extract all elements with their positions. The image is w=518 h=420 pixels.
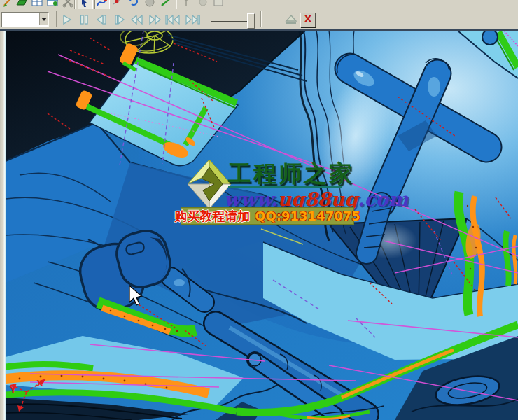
playback-slider-handle[interactable] [247, 13, 255, 29]
toolbar-separator [260, 11, 261, 27]
node-icon[interactable] [111, 0, 125, 9]
go-to-end-button[interactable] [182, 12, 203, 27]
rewind-button[interactable] [128, 12, 146, 27]
spline-icon[interactable] [94, 0, 110, 9]
toolbar-separator [56, 11, 57, 27]
line-icon[interactable] [160, 0, 174, 9]
app-window: X [0, 0, 518, 420]
window-left-border [0, 31, 6, 420]
scissors-icon[interactable] [62, 0, 76, 9]
window-icon[interactable] [212, 0, 226, 9]
cad-viewport[interactable]: X Y [6, 31, 518, 420]
go-to-end-icon [185, 15, 200, 24]
playback-slider[interactable] [211, 21, 251, 22]
fast-forward-button[interactable] [146, 12, 164, 27]
wcs-y-label: Y [9, 384, 17, 395]
ball-icon[interactable] [197, 0, 211, 9]
watermark-rule [228, 186, 342, 188]
play-button[interactable] [59, 12, 76, 27]
pause-button[interactable] [76, 12, 92, 27]
go-to-start-icon [165, 15, 181, 24]
loop-icon[interactable] [127, 0, 141, 9]
eject-icon [285, 14, 298, 25]
eject-button[interactable] [284, 13, 298, 26]
dropdown-button[interactable] [39, 13, 48, 25]
playback-dropdown-value [2, 13, 39, 27]
step-forward-icon [114, 15, 125, 24]
go-to-start-button[interactable] [162, 12, 183, 27]
graphics-window[interactable]: X Y 工程师之家 www.ug88ug.com 购买教程请加QQ:913147… [6, 31, 518, 420]
step-backward-button[interactable] [93, 12, 110, 27]
folder-icon[interactable] [15, 0, 29, 9]
wcs-x-label: X [36, 378, 43, 388]
watermark-promo-banner: 购买教程请加QQ:913147075 [181, 207, 354, 225]
toolbar-separator [176, 0, 176, 9]
pause-icon [78, 15, 90, 24]
playback-dropdown[interactable] [1, 12, 49, 27]
play-icon [62, 15, 73, 24]
toolbar-separator [74, 0, 75, 9]
promo-qq: QQ:913147075 [255, 209, 360, 223]
select-arrow-icon[interactable] [78, 0, 93, 9]
fast-forward-icon [148, 15, 161, 24]
axis-icon[interactable] [180, 0, 194, 9]
table-icon[interactable] [31, 0, 45, 9]
top-toolbar: X [0, 0, 518, 31]
rewind-icon [131, 15, 144, 24]
sphere-icon[interactable] [144, 0, 158, 9]
step-backward-icon [96, 15, 107, 24]
step-forward-button[interactable] [111, 12, 128, 27]
icon-toolbar-row [0, 0, 518, 9]
sheet-icon[interactable] [46, 0, 60, 9]
promo-text: 购买教程请加 [174, 208, 250, 225]
playback-toolbar: X [0, 9, 518, 29]
url-suffix: .com [358, 188, 408, 210]
close-button[interactable]: X [300, 13, 316, 27]
pencil-icon[interactable] [1, 0, 15, 9]
chevron-down-icon [41, 18, 47, 21]
